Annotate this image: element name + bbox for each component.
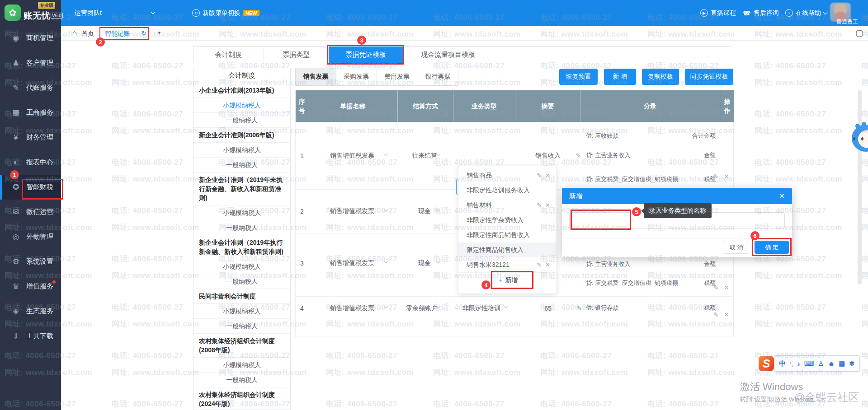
ime-skin-icon[interactable]: ♙ — [818, 359, 824, 368]
dropdown-option[interactable]: 非限定性商品销售收入 ✎✕ — [458, 228, 557, 242]
team-caret-icon[interactable] — [151, 10, 156, 14]
ime-settings-icon[interactable]: ✱ — [849, 359, 855, 368]
accounting-standard-item[interactable]: 一般纳税人 — [193, 373, 290, 387]
tab-home[interactable]: 首页 — [81, 30, 94, 38]
accounting-standard-item[interactable]: 一般纳税人 — [193, 319, 290, 334]
accounting-standard-item[interactable]: 农村集体经济组织会计制度(2008年版) — [193, 334, 290, 358]
tab-smart-accounting[interactable]: 智能记账 — [105, 30, 130, 38]
template-tab[interactable]: 现金流量项目模板 — [403, 47, 493, 63]
cell-doc-select[interactable]: 销售增值税发票 — [318, 257, 386, 270]
copy-template-button[interactable]: 复制模板 — [642, 69, 679, 85]
dropdown-option[interactable]: 非限定性学杂费收入 ✎✕ — [458, 213, 557, 228]
row-delete-icon[interactable]: ✕ — [724, 284, 729, 291]
cell-doc-select[interactable]: 销售增值税发票 — [318, 205, 386, 218]
accounting-standard-item[interactable]: 新企业会计准则（2019年执行新金融、新收入和新租赁准则) — [193, 235, 290, 259]
after-sales-button[interactable]: ☎ 售后咨询 — [743, 0, 778, 26]
tab-list-caret-icon[interactable]: ▼ — [157, 31, 161, 35]
modal-close-icon[interactable]: ✕ — [779, 192, 785, 200]
team-selector[interactable]: 运营团队t — [75, 0, 102, 26]
cell-doc-select[interactable]: 销售增值税发票 — [318, 149, 386, 162]
home-icon[interactable]: ⌂ — [72, 29, 77, 37]
biz-caret-icon[interactable] — [504, 304, 509, 309]
sidebar-item[interactable]: ✪ 智能财税 — [0, 175, 61, 200]
add-button[interactable]: 新 增 — [604, 69, 636, 85]
ime-keyboard-icon[interactable]: ⌨ — [804, 359, 814, 368]
accounting-standard-item[interactable]: 一般纳税人 — [193, 158, 290, 172]
option-edit-icon[interactable]: ✎ — [537, 172, 542, 179]
sidebar-item[interactable]: ♟ 客户管理 — [0, 51, 61, 75]
sidebar-item[interactable]: ✉ 微信运营 — [0, 200, 61, 224]
sidebar-item[interactable]: ♛ 增值服务 — [0, 274, 61, 299]
sidebar-item[interactable]: ⇓ 工具下载 — [0, 324, 61, 349]
ime-grid-icon[interactable]: ▦ — [839, 359, 845, 368]
accounting-standard-item[interactable]: 新企业会计准则(2006年版) — [193, 128, 290, 143]
scrollbar[interactable] — [858, 90, 862, 284]
sidebar-item[interactable]: ◎ 外勤管理 — [0, 224, 61, 249]
dropdown-add-button[interactable]: ＋ 新增 — [458, 272, 557, 288]
cancel-button[interactable]: 取 消 — [724, 241, 749, 254]
ime-logo[interactable]: S — [759, 356, 774, 371]
accounting-standard-item[interactable]: 小规模纳税人 — [193, 304, 290, 319]
sidebar-item[interactable]: ▦ 工商服务 — [0, 100, 61, 125]
tab-refresh-icon[interactable]: ↻ — [142, 30, 146, 37]
summary-edit-icon[interactable]: ✎ — [577, 305, 582, 312]
invoice-type-tab[interactable]: 采购发票 — [336, 68, 377, 85]
confirm-button[interactable]: 确 定 — [755, 241, 789, 254]
accounting-standard-item[interactable]: 一般纳税人 — [193, 113, 290, 128]
restore-preset-button[interactable]: 恢复预置 — [559, 69, 598, 85]
invoice-type-tab[interactable]: 银行票据 — [417, 68, 458, 85]
dropdown-option[interactable]: 销售水果32121 ✎✕ — [458, 257, 557, 272]
accounting-standard-item[interactable]: 新企业会计准则（2019年未执行新金融、新收入和新租赁准则) — [193, 172, 290, 205]
assistant-mascot[interactable] — [849, 120, 868, 160]
dropdown-option[interactable]: 销售商品 ✎✕ — [458, 168, 557, 183]
live-course-button[interactable]: ▶ 直播课程 — [700, 0, 736, 26]
template-tab[interactable]: 票据凭证模板 — [329, 47, 403, 63]
accounting-standard-item[interactable]: 小规模纳税人 — [193, 205, 290, 220]
dropdown-option[interactable]: 限定性商品销售收入 ✎✕ — [458, 242, 557, 257]
cell-settle-select[interactable]: 现金 — [404, 205, 445, 218]
menu-switch-button[interactable]: ↻ 新版菜单切换 NEW — [192, 0, 259, 26]
cell-settle-select[interactable]: 现金 — [404, 257, 445, 270]
option-delete-icon[interactable]: ✕ — [545, 261, 550, 268]
cell-biz-select[interactable]: 非限定性培训 — [461, 302, 502, 315]
invoice-type-tab[interactable]: 费用发票 — [377, 68, 418, 85]
ime-mode-icon[interactable]: 中 — [779, 359, 786, 368]
invoice-type-tab[interactable]: 销售发票 — [296, 68, 336, 85]
dropdown-option[interactable]: 销售材料 ✎✕ — [458, 198, 557, 213]
accounting-standard-item[interactable]: 民间非营利会计制度 — [193, 289, 290, 304]
template-tab[interactable]: 会计制度 — [193, 47, 264, 63]
accounting-standard-item[interactable]: 小企业会计准则(2013年版) — [193, 83, 290, 98]
online-help-button[interactable]: ? 在线帮助 — [785, 0, 827, 26]
row-edit-icon[interactable]: ✎ — [713, 173, 719, 180]
sync-voucher-template-button[interactable]: 同步凭证模板 — [685, 69, 733, 85]
row-edit-icon[interactable]: ✎ — [713, 311, 719, 318]
sidebar-item[interactable]: ◈ 生态服务 — [0, 299, 61, 324]
option-edit-icon[interactable]: ✎ — [537, 202, 542, 209]
sidebar-item[interactable]: ◉ 商机管理 — [0, 26, 61, 51]
ime-emoji-icon[interactable]: ☻ — [828, 360, 835, 368]
accounting-standard-item[interactable]: 小规模纳税人 — [193, 259, 290, 274]
sidebar-item[interactable]: ✎ 代账服务 — [0, 75, 61, 100]
fullscreen-icon[interactable] — [856, 30, 863, 37]
row-edit-icon[interactable]: ✎ — [713, 284, 719, 291]
option-delete-icon[interactable]: ✕ — [545, 202, 550, 209]
template-tab[interactable]: 票据类型 — [264, 47, 329, 63]
accounting-standard-item[interactable]: 小规模纳税人 — [193, 143, 290, 158]
cell-doc-select[interactable]: 销售增值税发票 — [318, 302, 386, 315]
accounting-standard-item[interactable]: 小规模纳税人 — [193, 358, 290, 373]
row-delete-icon[interactable]: ✕ — [724, 173, 729, 180]
option-delete-icon[interactable]: ✕ — [545, 172, 550, 179]
accounting-standard-item[interactable]: 一般纳税人 — [193, 220, 290, 235]
accounting-standard-item[interactable]: 一般纳税人 — [193, 274, 290, 289]
dropdown-option[interactable]: 非限定性培训服务收入 ✎✕ — [458, 183, 557, 198]
sidebar-item[interactable]: ◐ 报表中心 — [0, 150, 61, 175]
sidebar-item[interactable]: ⚙ 系统设置 — [0, 249, 61, 274]
accounting-standard-item[interactable]: 农村集体经济组织会计制度 (2024年版) — [193, 387, 290, 410]
sidebar-item[interactable]: ¥ 财务管理 — [0, 125, 61, 150]
option-edit-icon[interactable]: ✎ — [537, 261, 542, 268]
ime-punct-icon[interactable]: ’, — [790, 360, 793, 368]
cell-settle-select[interactable]: 往来结算 — [404, 149, 445, 162]
cell-settle-select[interactable]: 零余额账户 — [406, 302, 439, 315]
ime-mic-icon[interactable]: ♪ — [797, 360, 801, 368]
summary-edit-icon[interactable]: ✎ — [576, 152, 581, 159]
